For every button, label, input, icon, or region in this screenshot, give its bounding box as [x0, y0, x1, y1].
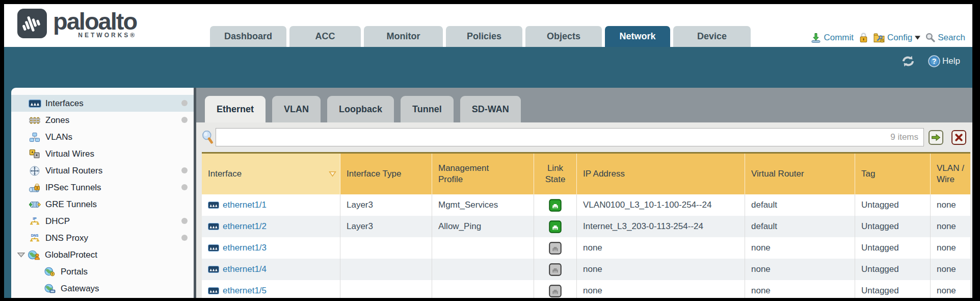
- link-state-down-icon: [549, 285, 562, 297]
- cell-text: Layer3: [347, 221, 373, 232]
- sidebar-item-gre-tunnels[interactable]: GRE Tunnels: [11, 196, 194, 213]
- table-row[interactable]: ethernet1/5nonenoneUntaggednone: [202, 280, 970, 298]
- interfaces-table: InterfaceInterface TypeManagement Profil…: [202, 152, 970, 298]
- table-row[interactable]: ethernet1/1Layer3Mgmt_ServicesVLAN0100_L…: [202, 194, 970, 216]
- column-header-interface[interactable]: Interface: [202, 154, 340, 194]
- table-header-row: InterfaceInterface TypeManagement Profil…: [202, 154, 970, 194]
- interface-type-tabs: EthernetVLANLoopbackTunnelSD-WAN: [196, 88, 972, 122]
- sidebar-item-label: DNS Proxy: [45, 233, 88, 243]
- column-header-management-profile[interactable]: Management Profile: [432, 154, 534, 194]
- subtab-tunnel[interactable]: Tunnel: [401, 96, 454, 122]
- link-state-up-icon: [549, 220, 562, 233]
- filter-row: 9 items: [196, 122, 972, 152]
- column-header-interface-type[interactable]: Interface Type: [340, 154, 432, 194]
- cell-text: default: [751, 221, 777, 232]
- gre-tunnels-icon: [28, 200, 41, 209]
- main-tab-objects[interactable]: Objects: [525, 26, 602, 47]
- sidebar-item-interfaces[interactable]: Interfaces: [11, 95, 194, 112]
- cell-text: Untagged: [861, 200, 899, 210]
- svg-text:?: ?: [932, 57, 937, 65]
- green-arrow-icon: [931, 133, 941, 142]
- column-header-ip-address[interactable]: IP Address: [577, 154, 745, 194]
- sidebar-item-ipsec-tunnels[interactable]: IPSec Tunnels: [11, 179, 194, 196]
- dhcp-icon: IP: [28, 216, 41, 226]
- main-tab-network[interactable]: Network: [605, 26, 670, 47]
- main-navigation-tabs: DashboardACCMonitorPoliciesObjectsNetwor…: [210, 26, 751, 47]
- subtab-ethernet[interactable]: Ethernet: [205, 96, 266, 122]
- globalprotect-icon: [28, 250, 41, 260]
- items-count: 9 items: [890, 132, 918, 142]
- status-dot: [181, 218, 188, 224]
- cell-text: Mgmt_Services: [438, 200, 498, 210]
- search-icon: [925, 33, 935, 42]
- sidebar-item-dhcp[interactable]: IPDHCP: [11, 213, 194, 230]
- svg-text:IP: IP: [33, 216, 36, 221]
- refresh-icon[interactable]: [900, 55, 916, 67]
- cell-text: none: [937, 221, 956, 232]
- table-row[interactable]: ethernet1/3nonenoneUntaggednone: [202, 237, 970, 259]
- gateways-icon: [43, 284, 57, 293]
- main-tab-policies[interactable]: Policies: [446, 26, 522, 47]
- config-menu-button[interactable]: Config: [873, 33, 920, 43]
- column-header-tag[interactable]: Tag: [855, 154, 931, 194]
- chevron-down-icon: [915, 36, 920, 40]
- sidebar: InterfacesZonesVLANsVirtual WiresVirtual…: [11, 88, 194, 298]
- column-header-virtual-router[interactable]: Virtual Router: [745, 154, 855, 194]
- column-header-label: Interface: [208, 168, 242, 180]
- table-row[interactable]: ethernet1/2Layer3Allow_PingInternet_L3_2…: [202, 216, 970, 237]
- interface-link[interactable]: ethernet1/2: [223, 221, 267, 232]
- sidebar-item-dns-proxy[interactable]: DNSDNS Proxy: [11, 230, 194, 246]
- virtual-wires-icon: [28, 149, 41, 158]
- sidebar-item-gateways[interactable]: Gateways: [11, 280, 194, 297]
- help-button[interactable]: ? Help: [928, 55, 960, 67]
- commit-label: Commit: [824, 33, 854, 43]
- sidebar-item-portals[interactable]: Portals: [11, 263, 194, 280]
- brand-subtitle: NETWORKS®: [78, 32, 137, 39]
- expand-triangle-icon[interactable]: [17, 252, 25, 258]
- search-button[interactable]: Search: [925, 33, 965, 43]
- main-tab-acc[interactable]: ACC: [289, 26, 361, 47]
- dns-proxy-icon: DNS: [28, 233, 41, 243]
- sidebar-item-clipped[interactable]: [11, 297, 194, 298]
- subtab-vlan[interactable]: VLAN: [272, 96, 321, 122]
- ethernet-interface-icon: [208, 244, 219, 252]
- sidebar-item-label: Virtual Routers: [45, 166, 102, 176]
- brand-name: paloalto: [53, 9, 137, 34]
- sort-caret-icon[interactable]: [329, 171, 336, 177]
- column-header-label: VLAN / Wire: [937, 163, 970, 185]
- sidebar-item-virtual-routers[interactable]: Virtual Routers: [11, 162, 194, 179]
- table-row[interactable]: ethernet1/4nonenoneUntaggednone: [202, 259, 970, 280]
- clear-filter-button[interactable]: [951, 130, 966, 145]
- interface-link[interactable]: ethernet1/3: [223, 243, 267, 253]
- main-tab-monitor[interactable]: Monitor: [364, 26, 443, 47]
- zones-icon: [28, 116, 41, 124]
- filter-input[interactable]: [216, 129, 923, 146]
- commit-button[interactable]: Commit: [811, 33, 854, 43]
- apply-filter-button[interactable]: [929, 130, 943, 145]
- column-header-label: Tag: [861, 168, 875, 180]
- column-header-vlan-wire[interactable]: VLAN / Wire: [931, 154, 970, 194]
- interface-link[interactable]: ethernet1/4: [223, 264, 267, 274]
- cell-text: none: [937, 200, 956, 210]
- sidebar-item-globalprotect[interactable]: GlobalProtect: [11, 246, 194, 263]
- column-header-label: Virtual Router: [751, 168, 804, 180]
- ethernet-interface-icon: [208, 287, 219, 294]
- interface-link[interactable]: ethernet1/5: [223, 286, 267, 296]
- cell-text: none: [937, 286, 956, 296]
- config-label: Config: [887, 33, 912, 43]
- sidebar-item-zones[interactable]: Zones: [11, 112, 194, 129]
- cell-text: Untagged: [861, 221, 899, 232]
- link-state-down-icon: [549, 263, 562, 276]
- interface-link[interactable]: ethernet1/1: [223, 200, 267, 210]
- sidebar-item-label: GRE Tunnels: [45, 199, 97, 210]
- sidebar-item-vlans[interactable]: VLANs: [11, 129, 194, 145]
- sidebar-item-virtual-wires[interactable]: Virtual Wires: [11, 145, 194, 162]
- ethernet-interface-icon: [208, 202, 219, 209]
- main-tab-dashboard[interactable]: Dashboard: [210, 26, 286, 47]
- subtab-loopback[interactable]: Loopback: [327, 96, 394, 122]
- column-header-link-state[interactable]: Link State: [534, 154, 577, 194]
- lock-icon[interactable]: [859, 32, 868, 43]
- top-header-bar: paloalto NETWORKS® DashboardACCMonitorPo…: [4, 4, 972, 47]
- main-tab-device[interactable]: Device: [673, 26, 751, 47]
- subtab-sd-wan[interactable]: SD-WAN: [460, 96, 521, 122]
